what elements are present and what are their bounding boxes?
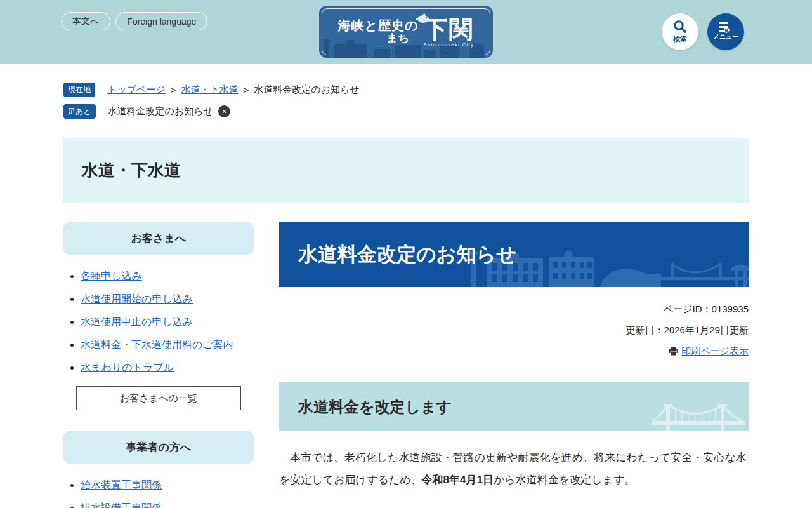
page-title: 水道料金改定のお知らせ [298,241,516,268]
logo-text: 海峡と歴史の まち 下関 Shimonoseki City [319,6,493,58]
page-meta: ページID：0139935 更新日：2026年1月29日更新 印刷ページ表示 [279,304,749,358]
foreign-language-button[interactable]: Foreign language [115,12,207,30]
sidebar-link-drainage-works[interactable]: 排水設備工事関係 [81,502,162,508]
search-icon [673,20,687,34]
list-item: 排水設備工事関係 [81,502,254,508]
breadcrumb-current-page: 水道料金改定のお知らせ [254,84,359,96]
sidebar-customers-list-button[interactable]: お客さまへの一覧 [76,386,241,410]
breadcrumb-link-top[interactable]: トップページ [107,84,166,96]
search-button[interactable]: 検索 [662,13,698,50]
menu-button[interactable]: ⚙ メニュー [707,13,744,50]
menu-icon: ⚙ [719,22,733,32]
sidebar-link-rates-guide[interactable]: 水道料金・下水道使用料のご案内 [81,339,233,350]
sidebar-link-applications[interactable]: 各種申し込み [81,271,142,281]
category-banner: 水道・下水道 [63,138,749,203]
site-header: 本文へ Foreign language 海峡と歴史の まち [0,0,812,64]
logo-line2: まち [338,32,419,44]
printer-icon [669,347,678,356]
breadcrumb-separator: > [171,84,176,95]
list-item: 水道料金・下水道使用料のご案内 [81,338,254,352]
main-content: 水道料金改定のお知らせ [279,222,749,508]
updated-date: 更新日：2026年1月29日更新 [279,324,749,337]
sidebar-link-water-supply-works[interactable]: 給水装置工事関係 [81,479,162,490]
sidebar-link-stop-service[interactable]: 水道使用中止の申し込み [81,316,193,327]
sidebar-link-start-service[interactable]: 水道使用開始の申し込み [81,293,193,304]
footprint-close-button[interactable]: × [218,105,230,117]
skip-to-content-button[interactable]: 本文へ [61,12,110,30]
sidebar-link-water-trouble[interactable]: 水まわりのトラブル [81,362,174,373]
print-page-link[interactable]: 印刷ページ表示 [681,345,749,356]
fugu-fish-icon [416,13,432,23]
list-item: 水道使用開始の申し込み [81,293,254,306]
page: 本文へ Foreign language 海峡と歴史の まち [0,0,812,508]
logo-subtitle: Shimonoseki City [423,43,474,47]
paragraph-1-text-end: から水道料金を改定します。 [494,474,635,486]
article-body: 本市では、老朽化した水道施設・管路の更新や耐震化を進め、将来にわたって安全・安心… [279,446,749,508]
current-location-badge: 現在地 [63,83,95,97]
effective-date: 令和8年4月1日 [422,474,494,486]
list-item: 水まわりのトラブル [81,361,254,375]
page-id: ページID：0139935 [279,304,749,316]
logo-line1: 海峡と歴史の [338,19,419,32]
breadcrumb: 現在地 トップページ > 水道・下水道 > 水道料金改定のお知らせ 足あと 水道… [63,83,749,119]
gear-icon: ⚙ [719,26,734,34]
sidebar-heading-customers: お客さまへ [63,222,254,255]
list-item: 水道使用中止の申し込み [81,316,254,329]
page-title-banner: 水道料金改定のお知らせ [279,222,749,287]
paragraph-1: 本市では、老朽化した水道施設・管路の更新や耐震化を進め、将来にわたって安全・安心… [279,446,749,491]
sidebar-business-links: 給水装置工事関係 排水設備工事関係 [63,479,254,508]
header-utility-buttons: 本文へ Foreign language [61,12,207,30]
paragraph-2: 市民の皆さまのご理解とご協力を賜りますようお願いします。 [279,504,749,508]
breadcrumb-current-row: 現在地 トップページ > 水道・下水道 > 水道料金改定のお知らせ [63,83,749,97]
footprint-badge: 足あと [63,104,96,119]
breadcrumb-link-suido[interactable]: 水道・下水道 [181,84,239,96]
list-item: 各種申し込み [81,270,254,283]
section-heading-banner: 水道料金を改定します [279,382,749,431]
footprint-row: 足あと 水道料金改定のお知らせ × [63,104,749,119]
sidebar-customer-links: 各種申し込み 水道使用開始の申し込み 水道使用中止の申し込み 水道料金・下水道使… [63,270,254,375]
breadcrumb-separator: > [244,84,249,95]
search-button-label: 検索 [673,34,687,44]
sidebar: お客さまへ 各種申し込み 水道使用開始の申し込み 水道使用中止の申し込み 水道料… [63,222,254,508]
site-logo[interactable]: 海峡と歴史の まち 下関 Shimonoseki City [319,6,493,58]
close-icon: × [222,105,227,117]
list-item: 給水装置工事関係 [81,479,254,492]
category-title: 水道・下水道 [82,159,181,182]
section-heading: 水道料金を改定します [298,397,452,417]
footprint-item: 水道料金改定のお知らせ [108,105,213,117]
suspension-bridge-illustration [650,401,745,431]
sidebar-heading-business: 事業者の方へ [63,431,254,464]
